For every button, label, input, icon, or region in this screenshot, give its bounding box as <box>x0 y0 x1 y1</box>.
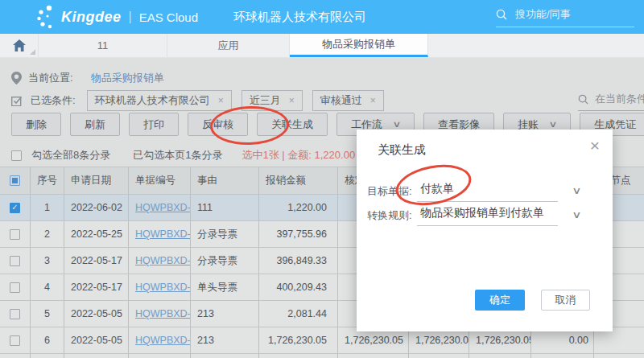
tab-home[interactable] <box>0 34 39 57</box>
convert-rule-select[interactable]: 物品采购报销单到付款单 ∨ <box>417 206 558 226</box>
chevron-down-icon[interactable]: ∨ <box>572 185 581 196</box>
ok-button[interactable]: 确定 <box>475 290 525 311</box>
home-icon <box>13 39 26 51</box>
cancel-button[interactable]: 取消 <box>541 290 590 311</box>
brand-name: Kingdee <box>61 9 122 26</box>
global-search-input[interactable]: 搜功能/同事 <box>496 7 634 27</box>
dialog-buttons: 确定 取消 <box>475 290 590 311</box>
top-bar: Kingdee | EAS Cloud 环球机器人技术有限公司 搜功能/同事 <box>0 0 644 34</box>
tab-apps[interactable]: 应用 <box>167 34 290 57</box>
tab-label: 物品采购报销单 <box>322 37 395 51</box>
tab-11[interactable]: 11 <box>39 34 167 57</box>
close-icon[interactable]: × <box>590 136 600 155</box>
tab-resize-grip[interactable] <box>30 49 35 55</box>
tab-label: 11 <box>97 39 109 51</box>
global-search-placeholder: 搜功能/同事 <box>515 7 571 22</box>
dialog-title: 关联生成 <box>378 142 426 158</box>
convert-rule-label: 转换规则: <box>367 208 417 223</box>
link-generate-dialog: 关联生成 × 目标单据: 付款单 ∨ 转换规则: 物品采购报销单到付款单 ∨ 确… <box>357 130 613 331</box>
brand-divider: | <box>129 10 132 24</box>
convert-rule-field: 转换规则: 物品采购报销单到付款单 ∨ <box>367 204 602 228</box>
chevron-down-icon[interactable]: ∨ <box>572 209 581 220</box>
search-icon <box>496 9 507 20</box>
tab-label: 应用 <box>218 39 239 53</box>
convert-rule-value: 物品采购报销单到付款单 <box>420 206 544 220</box>
app-window: Kingdee | EAS Cloud 环球机器人技术有限公司 搜功能/同事 1… <box>0 0 644 358</box>
company-name: 环球机器人技术有限公司 <box>233 10 366 25</box>
tab-expense-list[interactable]: 物品采购报销单 <box>290 34 428 57</box>
tab-bar: 11 应用 物品采购报销单 <box>0 34 644 58</box>
product-name: EAS Cloud <box>139 10 198 24</box>
kingdee-logo-icon <box>37 5 56 29</box>
